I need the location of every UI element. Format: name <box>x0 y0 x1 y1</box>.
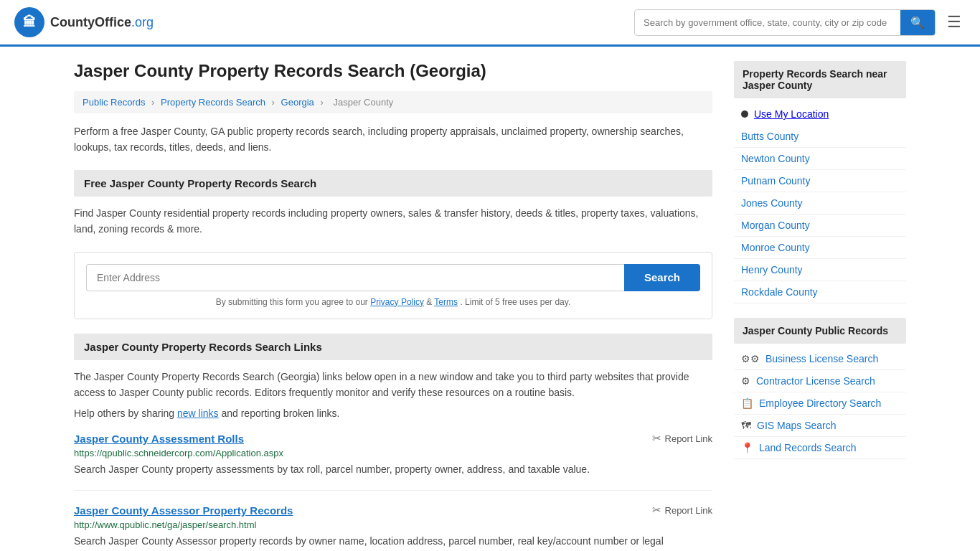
sidebar-item-rockdale[interactable]: Rockdale County <box>734 281 906 303</box>
address-search-button[interactable]: Search <box>624 264 700 291</box>
assessor-records-title[interactable]: Jasper County Assessor Property Records <box>74 504 293 517</box>
disclaimer-limit: . Limit of 5 free uses per day. <box>460 297 570 307</box>
free-search-desc: Find Jasper County residential property … <box>74 205 712 237</box>
sidebar-item-newton[interactable]: Newton County <box>734 148 906 170</box>
main-content: Jasper County Property Records Search (G… <box>74 61 712 551</box>
page-title: Jasper County Property Records Search (G… <box>74 61 712 81</box>
global-search-bar: 🔍 <box>634 9 936 36</box>
address-search-row: Search <box>86 264 700 291</box>
breadcrumb-sep-3: › <box>320 97 323 108</box>
map-icon: 🗺 <box>741 420 751 431</box>
report-icon-2: ✂ <box>652 504 661 517</box>
sidebar-gis-maps[interactable]: 🗺 GIS Maps Search <box>734 415 906 437</box>
logo-text: CountyOffice.org <box>50 15 154 30</box>
breadcrumb-sep-2: › <box>272 97 275 108</box>
sidebar-item-morgan[interactable]: Morgan County <box>734 215 906 237</box>
report-icon-1: ✂ <box>652 432 661 445</box>
new-links-link[interactable]: new links <box>177 408 219 419</box>
breadcrumb-county: Jasper County <box>333 97 393 108</box>
page-container: Jasper County Property Records Search (G… <box>60 47 920 551</box>
property-search-form: Search By submitting this form you agree… <box>74 252 712 319</box>
global-search-input[interactable] <box>635 11 900 34</box>
use-location-link[interactable]: Use My Location <box>754 108 829 120</box>
breadcrumb-sep-1: › <box>151 97 154 108</box>
search-links-desc: The Jasper County Property Records Searc… <box>74 369 712 401</box>
breadcrumb: Public Records › Property Records Search… <box>74 91 712 113</box>
report-link-btn-1[interactable]: ✂ Report Link <box>652 432 712 445</box>
link-item-assessment-rolls: Jasper County Assessment Rolls ✂ Report … <box>74 432 712 491</box>
global-search-button[interactable]: 🔍 <box>900 10 935 35</box>
disclaimer-amp: & <box>426 297 434 307</box>
share-links-text: Help others by sharing new links and rep… <box>74 408 712 419</box>
assessment-rolls-title[interactable]: Jasper County Assessment Rolls <box>74 433 244 445</box>
assessment-rolls-desc: Search Jasper County property assessment… <box>74 462 712 477</box>
logo-icon: 🏛 <box>14 7 44 37</box>
link-item-header-1: Jasper County Assessment Rolls ✂ Report … <box>74 432 712 445</box>
sidebar-business-license[interactable]: ⚙⚙ Business License Search <box>734 348 906 370</box>
nearby-header: Property Records Search near Jasper Coun… <box>734 61 906 98</box>
search-links-header: Jasper County Property Records Search Li… <box>74 334 712 360</box>
breadcrumb-property-search[interactable]: Property Records Search <box>161 97 265 108</box>
terms-link[interactable]: Terms <box>434 297 458 307</box>
search-links-section: Jasper County Property Records Search Li… <box>74 334 712 551</box>
sidebar-employee-directory[interactable]: 📋 Employee Directory Search <box>734 392 906 415</box>
sidebar-contractor-license[interactable]: ⚙ Contractor License Search <box>734 370 906 392</box>
location-icon <box>741 110 748 118</box>
sidebar-land-records[interactable]: 📍 Land Records Search <box>734 437 906 459</box>
free-search-header: Free Jasper County Property Records Sear… <box>74 170 712 197</box>
hamburger-icon: ☰ <box>947 13 961 31</box>
sidebar-item-jones[interactable]: Jones County <box>734 192 906 215</box>
assessment-rolls-url[interactable]: https://qpublic.schneidercorp.com/Applic… <box>74 448 712 458</box>
sidebar: Property Records Search near Jasper Coun… <box>734 61 906 551</box>
search-icon: 🔍 <box>910 17 925 29</box>
use-my-location[interactable]: Use My Location <box>734 103 906 126</box>
gear-icon-1: ⚙⚙ <box>741 353 760 364</box>
site-header: 🏛 CountyOffice.org 🔍 ☰ <box>0 0 980 47</box>
assessor-records-desc: Search Jasper County Assessor property r… <box>74 534 712 551</box>
sidebar-item-henry[interactable]: Henry County <box>734 259 906 281</box>
privacy-policy-link[interactable]: Privacy Policy <box>370 297 424 307</box>
page-description: Perform a free Jasper County, GA public … <box>74 123 712 156</box>
gear-icon-2: ⚙ <box>741 375 750 387</box>
nearby-counties-box: Property Records Search near Jasper Coun… <box>734 61 906 303</box>
disclaimer-text: By submitting this form you agree to our <box>216 297 368 307</box>
directory-icon: 📋 <box>741 397 753 409</box>
hamburger-menu-button[interactable]: ☰ <box>943 9 966 36</box>
logo-area: 🏛 CountyOffice.org <box>14 7 154 37</box>
public-records-header: Jasper County Public Records <box>734 318 906 344</box>
breadcrumb-georgia[interactable]: Georgia <box>281 97 314 108</box>
breadcrumb-public-records[interactable]: Public Records <box>83 97 145 108</box>
public-records-box: Jasper County Public Records ⚙⚙ Business… <box>734 318 906 459</box>
sidebar-item-putnam[interactable]: Putnam County <box>734 170 906 192</box>
form-disclaimer: By submitting this form you agree to our… <box>86 297 700 307</box>
link-item-assessor-records: Jasper County Assessor Property Records … <box>74 504 712 551</box>
assessor-records-url[interactable]: http://www.qpublic.net/ga/jasper/search.… <box>74 519 712 530</box>
sidebar-item-butts[interactable]: Butts County <box>734 126 906 148</box>
address-input[interactable] <box>86 264 624 291</box>
header-right: 🔍 ☰ <box>634 9 966 36</box>
report-link-btn-2[interactable]: ✂ Report Link <box>652 504 712 517</box>
sidebar-item-monroe[interactable]: Monroe County <box>734 237 906 259</box>
land-icon: 📍 <box>741 442 753 453</box>
link-item-header-2: Jasper County Assessor Property Records … <box>74 504 712 517</box>
